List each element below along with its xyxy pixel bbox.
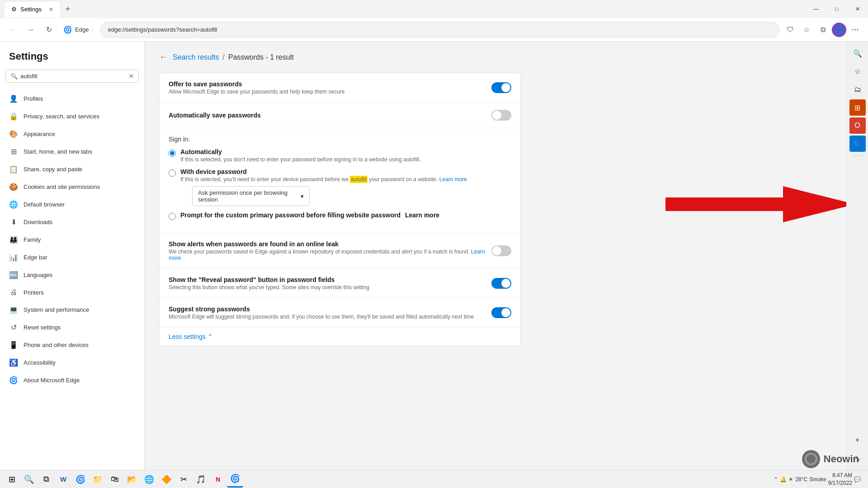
more-button[interactable]: ··· [848, 23, 863, 37]
spotify-icon[interactable]: 🎵 [193, 471, 209, 488]
edge-bar-icon: 📊 [9, 253, 18, 262]
online-leak-toggle[interactable] [491, 245, 511, 256]
titlebar: ⚙ Settings ✕ + — □ ✕ [0, 0, 868, 18]
edge-favorites-button[interactable]: ☆ [849, 63, 866, 80]
settings-card: Offer to save passwords Allow Microsoft … [159, 73, 521, 346]
offer-save-toggle[interactable] [491, 82, 511, 93]
edge-search-button[interactable]: 🔍 [849, 45, 866, 61]
chevron-icon[interactable]: ⌃ [774, 476, 778, 483]
start-button[interactable]: ⊞ [4, 471, 20, 488]
sidebar-item-share[interactable]: 📋 Share, copy and paste [0, 160, 144, 178]
files-icon[interactable]: 📂 [124, 471, 140, 488]
printers-icon: 🖨 [9, 288, 18, 296]
sidebar-item-accessibility[interactable]: ♿ Accessibility [0, 354, 144, 371]
notification-icon[interactable]: 🔔 [780, 476, 787, 483]
new-tab-button[interactable]: + [61, 2, 75, 16]
device-learn-more-link[interactable]: Learn more [439, 176, 467, 183]
maximize-button[interactable]: □ [826, 0, 847, 18]
edge-essentials-button[interactable]: 🔵 [849, 136, 866, 152]
custom-learn-more-link[interactable]: Learn more [405, 211, 439, 219]
reveal-password-toggle-slider[interactable] [491, 278, 511, 289]
snipping-icon[interactable]: ✂ [175, 471, 192, 488]
edge2-icon[interactable]: 🌀 [227, 471, 243, 488]
sidebar-item-default-browser[interactable]: 🌐 Default browser [0, 196, 144, 213]
edge-collections-button[interactable]: 🗂 [849, 81, 866, 98]
sidebar-item-reset[interactable]: ↺ Reset settings [0, 319, 144, 336]
notifications-button[interactable]: 💬 [854, 476, 861, 483]
sidebar-item-privacy[interactable]: 🔒 Privacy, search, and services [0, 108, 144, 125]
store-icon[interactable]: 🛍 [107, 471, 123, 488]
suggest-strong-toggle-slider[interactable] [491, 307, 511, 318]
sidebar-item-profiles[interactable]: 👤 Profiles [0, 90, 144, 108]
family-icon: 👨‍👩‍👧 [9, 235, 18, 244]
auto-save-toggle-slider[interactable] [491, 110, 511, 121]
start-icon: ⊞ [9, 147, 18, 156]
system-label: System and performance [24, 306, 89, 313]
offer-save-toggle-slider[interactable] [491, 82, 511, 93]
custom-primary-radio[interactable] [169, 213, 176, 220]
neowin-logo-cutout [807, 455, 816, 464]
close-button[interactable]: ✕ [847, 0, 868, 18]
neowin-watermark: Neowin [802, 450, 859, 468]
sidebar-item-system[interactable]: 💻 System and performance [0, 301, 144, 319]
share-icon: 📋 [9, 165, 18, 174]
custom-primary-text: Prompt for the custom primary password b… [180, 211, 439, 219]
sidebar-item-phone[interactable]: 📱 Phone and other devices [0, 336, 144, 354]
sign-in-device-option: With device password If this is selected… [169, 168, 511, 206]
search-input[interactable] [20, 73, 129, 80]
refresh-button[interactable]: ↻ [42, 23, 56, 37]
settings-tab[interactable]: ⚙ Settings ✕ [4, 1, 61, 17]
sidebar-item-printers[interactable]: 🖨 Printers [0, 284, 144, 301]
vlc-icon[interactable]: 🔶 [158, 471, 175, 488]
search-button[interactable]: 🔍 [21, 471, 37, 488]
word-icon[interactable]: W [55, 471, 71, 488]
device-desc-before: If this is selected, you'll need to ente… [180, 176, 350, 183]
sidebar-item-edge-bar[interactable]: 📊 Edge bar [0, 249, 144, 266]
weather-icon: ☀ [788, 476, 793, 483]
edge-taskbar-icon[interactable]: 🌀 [72, 471, 89, 488]
profile-button[interactable]: 👤 [832, 23, 846, 37]
profiles-label: Profiles [24, 95, 43, 102]
sidebar-item-cookies[interactable]: 🍪 Cookies and site permissions [0, 178, 144, 196]
forward-button[interactable]: → [24, 23, 38, 37]
breadcrumb-back-button[interactable]: ← [159, 52, 167, 62]
default-browser-label: Default browser [24, 201, 65, 208]
sign-in-auto-radio[interactable] [169, 150, 176, 157]
sign-in-device-radio[interactable] [169, 169, 176, 177]
minimize-button[interactable]: — [806, 0, 826, 18]
reveal-password-row: Show the "Reveal password" button in pas… [160, 269, 520, 298]
address-field[interactable]: edge://settings/passwords?search=autofil… [100, 22, 779, 38]
less-settings-button[interactable]: Less settings ⌃ [169, 333, 511, 340]
sidebar-item-start[interactable]: ⊞ Start, home, and new tabs [0, 143, 144, 160]
sidebar-item-downloads[interactable]: ⬇ Downloads [0, 213, 144, 231]
auto-save-toggle[interactable] [491, 110, 511, 121]
favorites-icon[interactable]: ☆ [799, 23, 814, 37]
sign-in-auto-option: Automatically If this is selected, you d… [169, 148, 511, 163]
session-dropdown[interactable]: Ask permission once per browsing session… [192, 186, 310, 206]
clear-search-icon[interactable]: ✕ [129, 73, 134, 80]
task-view-button[interactable]: ⧉ [38, 471, 54, 488]
reveal-password-toggle[interactable] [491, 278, 511, 289]
edge-apps-button[interactable]: ⊞ [849, 99, 866, 116]
sidebar-item-languages[interactable]: 🔤 Languages [0, 266, 144, 284]
suggest-strong-toggle[interactable] [491, 307, 511, 318]
chrome-icon[interactable]: 🌐 [141, 471, 157, 488]
collections-icon[interactable]: ⧉ [816, 23, 830, 37]
edge-office-button[interactable]: O [849, 117, 866, 134]
online-leak-toggle-slider[interactable] [491, 245, 511, 256]
downloads-icon: ⬇ [9, 218, 18, 226]
edge-add-button[interactable]: + [849, 432, 866, 448]
shield-icon[interactable]: 🛡 [783, 23, 797, 37]
search-results-link[interactable]: Search results [173, 53, 219, 61]
sidebar-search-box[interactable]: 🔍 ✕ [5, 70, 139, 83]
sidebar-item-about[interactable]: 🌀 About Microsoft Edge [0, 371, 144, 389]
file-explorer-icon[interactable]: 📁 [90, 471, 106, 488]
tab-close-btn[interactable]: ✕ [49, 6, 53, 13]
phone-label: Phone and other devices [24, 342, 89, 348]
back-button[interactable]: ← [5, 23, 20, 37]
sidebar-item-family[interactable]: 👨‍👩‍👧 Family [0, 231, 144, 249]
sidebar-item-appearance[interactable]: 🎨 Appearance [0, 125, 144, 143]
breadcrumb-separator: / [222, 53, 224, 61]
auto-save-label: Automatically save passwords [169, 112, 261, 119]
netflix-icon[interactable]: N [210, 471, 226, 488]
